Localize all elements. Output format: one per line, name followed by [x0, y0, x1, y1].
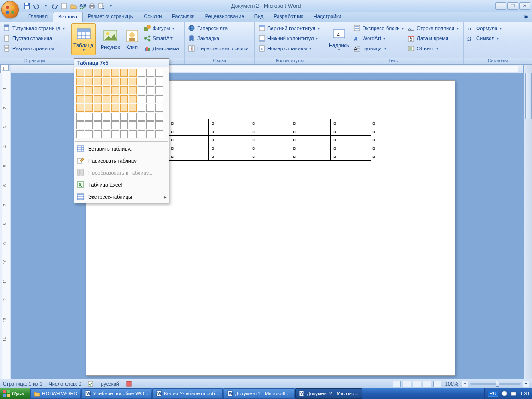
open-icon[interactable] [70, 2, 77, 10]
grid-cell[interactable] [138, 78, 145, 85]
grid-cell[interactable] [94, 95, 102, 103]
grid-cell[interactable] [103, 104, 110, 112]
tab-home[interactable]: Главная [23, 12, 53, 22]
grid-cell[interactable] [85, 113, 93, 121]
vertical-ruler[interactable]: 1234567891011121314 [0, 65, 11, 380]
language-indicator[interactable]: RU [488, 391, 498, 397]
grid-cell[interactable] [129, 121, 137, 129]
clock[interactable]: 8:28 [520, 391, 529, 396]
bookmark-button[interactable]: Закладка [187, 33, 250, 43]
crossref-button[interactable]: Перекрестная ссылка [187, 43, 250, 54]
table-cell[interactable]: ¤ [209, 119, 249, 127]
table-cell[interactable]: ¤ [290, 119, 331, 127]
table-cell[interactable]: ¤ [209, 136, 249, 144]
shapes-button[interactable]: Фигуры▾ [142, 23, 181, 33]
close-button[interactable]: ✕ [519, 2, 530, 10]
table-cell[interactable]: ¤ [331, 136, 371, 144]
grid-cell[interactable] [94, 69, 102, 77]
help-icon[interactable]: ◉ [524, 12, 528, 22]
grid-cell[interactable] [120, 130, 128, 138]
save-icon[interactable] [23, 2, 30, 10]
sigline-button[interactable]: Строка подписи▾ [406, 23, 459, 33]
grid-cell[interactable] [155, 113, 163, 121]
grid-cell[interactable] [138, 95, 145, 103]
taskbar-item[interactable]: WУчебное пособие WO... [81, 388, 151, 399]
grid-cell[interactable] [76, 78, 84, 85]
spellcheck-icon[interactable] [88, 381, 94, 387]
hyperlink-button[interactable]: Гиперссылка [187, 23, 250, 33]
grid-cell[interactable] [103, 130, 110, 138]
grid-cell[interactable] [146, 113, 154, 121]
grid-cell[interactable] [129, 104, 137, 112]
grid-cell[interactable] [155, 121, 163, 129]
dropcap-button[interactable]: AБуквица▾ [352, 43, 405, 54]
grid-cell[interactable] [129, 113, 137, 121]
view-outline[interactable] [423, 381, 431, 387]
grid-cell[interactable] [111, 121, 119, 129]
grid-cell[interactable] [111, 104, 119, 112]
grid-cell[interactable] [146, 121, 154, 129]
table-cell[interactable]: ¤ [168, 152, 209, 161]
grid-cell[interactable] [76, 86, 84, 94]
insert-table-item[interactable]: Вставить таблицу... [74, 143, 169, 155]
grid-cell[interactable] [120, 95, 128, 103]
table-cell[interactable]: ¤ [249, 127, 290, 136]
table-cell[interactable]: ¤ [290, 136, 331, 144]
pagenum-button[interactable]: #Номер страницы▾ [257, 43, 321, 54]
grid-cell[interactable] [85, 130, 93, 138]
grid-cell[interactable] [146, 95, 154, 103]
table-cell[interactable]: ¤ [249, 119, 290, 127]
zoom-in-button[interactable]: + [523, 381, 529, 387]
grid-cell[interactable] [103, 95, 110, 103]
tab-mailings[interactable]: Рассылки [167, 12, 200, 22]
grid-cell[interactable] [103, 113, 110, 121]
grid-cell[interactable] [120, 113, 128, 121]
redo-icon[interactable] [51, 2, 59, 10]
grid-cell[interactable] [94, 86, 102, 94]
datetime-button[interactable]: 5Дата и время [406, 33, 459, 43]
grid-cell[interactable] [94, 78, 102, 85]
tray-icon[interactable] [510, 390, 517, 397]
grid-cell[interactable] [129, 130, 137, 138]
tab-references[interactable]: Ссылки [139, 12, 167, 22]
grid-cell[interactable] [120, 78, 128, 85]
view-web[interactable] [413, 381, 421, 387]
zoom-out-button[interactable]: − [462, 381, 468, 387]
grid-cell[interactable] [155, 95, 163, 103]
zoom-level[interactable]: 100% [445, 381, 458, 387]
quickparts-button[interactable]: Экспресс-блоки▾ [352, 23, 405, 33]
excel-table-item[interactable]: XТаблица Excel [74, 179, 169, 191]
grid-cell[interactable] [111, 69, 119, 77]
grid-cell[interactable] [120, 121, 128, 129]
minimize-button[interactable]: — [495, 2, 506, 10]
grid-cell[interactable] [146, 86, 154, 94]
grid-cell[interactable] [76, 113, 84, 121]
status-words[interactable]: Число слов: 0 [49, 381, 82, 387]
textbox-button[interactable]: AНадпись▾ [327, 23, 351, 55]
table-cell[interactable]: ¤ [290, 127, 331, 136]
grid-cell[interactable] [129, 86, 137, 94]
quick-tables-item[interactable]: Экспресс-таблицы▸ [74, 191, 169, 203]
grid-cell[interactable] [146, 69, 154, 77]
taskbar-item[interactable]: WДокумент2 - Microso... [295, 388, 362, 399]
wordart-button[interactable]: AWordArt▾ [352, 33, 405, 43]
table-cell[interactable]: ¤ [168, 119, 209, 127]
grid-cell[interactable] [155, 78, 163, 85]
smartart-button[interactable]: SmartArt [142, 33, 181, 43]
qat-customize-icon[interactable]: ▾ [107, 2, 115, 10]
table-cell[interactable]: ¤ [168, 127, 209, 136]
grid-cell[interactable] [103, 78, 110, 85]
office-button[interactable] [1, 1, 19, 18]
view-print-layout[interactable] [393, 381, 401, 387]
table-cell[interactable]: ¤ [331, 144, 371, 152]
grid-cell[interactable] [155, 130, 163, 138]
table-cell[interactable]: ¤ [331, 119, 371, 127]
tab-view[interactable]: Вид [249, 12, 269, 22]
zoom-slider-thumb[interactable] [496, 381, 499, 387]
grid-cell[interactable] [155, 86, 163, 94]
status-page[interactable]: Страница: 1 из 1 [3, 381, 42, 387]
grid-cell[interactable] [120, 86, 128, 94]
grid-cell[interactable] [138, 104, 145, 112]
undo-icon[interactable] [32, 2, 40, 10]
table-cell[interactable]: ¤ [249, 136, 290, 144]
